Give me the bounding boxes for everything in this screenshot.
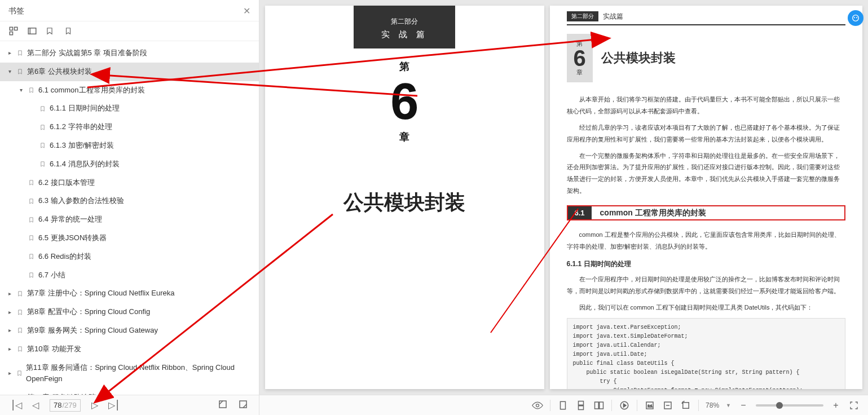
assistant-fab-icon[interactable]: [848, 10, 863, 26]
section-number: 6.1: [568, 206, 592, 219]
list-icon[interactable]: [27, 26, 37, 36]
next-page-icon[interactable]: ▷: [89, 399, 100, 412]
bookmark-item[interactable]: ▸第二部分 实战篇第5 章 项目准备阶段: [0, 44, 259, 63]
part-banner: 第二部分 实 战 篇: [354, 6, 455, 48]
svg-rect-28: [683, 402, 689, 408]
subsection-title: 6.1.1 日期时间的处理: [567, 259, 846, 269]
bookmark-item[interactable]: 6.2 接口版本管理: [0, 174, 259, 192]
svg-rect-2: [10, 32, 12, 35]
bookmark-item[interactable]: 6.4 异常的统一处理: [0, 210, 259, 229]
chapter-bottom: 章: [265, 130, 544, 144]
fullscreen-icon[interactable]: [848, 400, 860, 411]
header-section: 实战篇: [603, 12, 623, 21]
bookmark-item[interactable]: 6.1.1 日期时间的处理: [0, 99, 259, 118]
expand-panel-icon[interactable]: [215, 398, 230, 413]
collapse-panel-icon[interactable]: [236, 398, 250, 413]
bookmark-item[interactable]: ▾第6章 公共模块封装: [0, 63, 259, 81]
bookmark-icon: [17, 290, 24, 298]
fit-width-icon[interactable]: 1:1: [644, 400, 655, 411]
expand-arrow-icon[interactable]: ▸: [8, 308, 15, 317]
bookmark-label: 第8章 配置中心：Spring Cloud Config: [27, 306, 150, 318]
bookmark-item[interactable]: 6.7 小结: [0, 266, 259, 285]
bookmark-label: 6.1.3 加密/解密封装: [50, 140, 114, 152]
bookmark-label: 6.4 异常的统一处理: [38, 214, 102, 226]
svg-marker-23: [624, 404, 627, 407]
zoom-slider[interactable]: [756, 404, 823, 407]
zoom-in-icon[interactable]: +: [830, 400, 841, 411]
bookmark-item[interactable]: ▾6.1 common工程常用类库的封装: [0, 81, 259, 100]
eye-icon[interactable]: [532, 400, 543, 411]
bookmark-label: 第9章 服务网关：Spring Cloud Gateway: [27, 325, 158, 337]
left-page[interactable]: 第二部分 实 战 篇 第 6 章 公共模块封装: [265, 6, 544, 389]
bookmark-outline-icon[interactable]: [64, 26, 74, 36]
expand-arrow-icon[interactable]: ▾: [8, 67, 15, 76]
expand-arrow-icon[interactable]: ▸: [8, 345, 15, 354]
section-header-highlighted: 6.1 common 工程常用类库的封装: [567, 205, 846, 220]
page-input-box[interactable]: 78 /279: [50, 399, 81, 412]
bookmark-label: 6.1 common工程常用类库的封装: [38, 85, 145, 96]
paragraph: common 工程是整个应用的公共模块，因此，它里面应该包含常用类库，比如日期时…: [567, 229, 846, 253]
bookmark-item[interactable]: ▸第11章 服务间通信：Spring Cloud Netflix Ribbon、…: [0, 359, 259, 389]
bookmark-item[interactable]: 6.5 更换JSON转换器: [0, 229, 259, 248]
svg-rect-3: [28, 28, 36, 34]
prev-page-icon[interactable]: ◁: [30, 399, 41, 412]
single-page-icon[interactable]: [557, 400, 569, 411]
bookmark-item[interactable]: ▸第7章 注册中心：Spring Cloud Netflix Eureka: [0, 284, 259, 303]
bookmark-icon: [17, 394, 24, 395]
code-block: import java.text.ParseException; import …: [567, 318, 846, 389]
bookmark-item[interactable]: ▸第10章 功能开发: [0, 340, 259, 359]
bookmark-icon: [28, 216, 35, 224]
rotate-icon[interactable]: [680, 400, 691, 411]
bookmark-item[interactable]: ▸第9章 服务网关：Spring Cloud Gateway: [0, 321, 259, 340]
zoom-dropdown-icon[interactable]: ▼: [726, 403, 731, 408]
expand-arrow-icon[interactable]: ▸: [8, 369, 15, 378]
last-page-icon[interactable]: ▷⎮: [106, 399, 122, 412]
paragraph: 从本章开始，我们将学习框架的搭建。由于代码量巨大，本书不可能全部贴出，所以只展示…: [567, 94, 846, 117]
bookmark-icon: [17, 308, 24, 316]
read-aloud-icon[interactable]: [619, 400, 630, 411]
bookmark-item[interactable]: ▸第12章 服务链路追踪：Spring Cloud Sleuth: [0, 388, 259, 395]
bookmark-icon: [28, 271, 35, 279]
first-page-icon[interactable]: ⎮◁: [8, 399, 24, 412]
bookmark-label: 第7章 注册中心：Spring Cloud Netflix Eureka: [27, 288, 175, 299]
bookmark-item[interactable]: 6.1.3 加密/解密封装: [0, 136, 259, 155]
bookmark-label: 6.6 Redis的封装: [38, 251, 91, 263]
svg-text:1:1: 1:1: [647, 404, 653, 408]
bookmark-item[interactable]: 6.3 输入参数的合法性校验: [0, 192, 259, 210]
continuous-page-icon[interactable]: [575, 400, 587, 411]
svg-point-10: [854, 17, 855, 18]
svg-point-16: [536, 404, 539, 407]
expand-arrow-icon[interactable]: ▸: [8, 326, 15, 335]
chapter-number: 6: [265, 79, 544, 125]
svg-rect-21: [600, 402, 603, 409]
two-page-icon[interactable]: [593, 400, 605, 411]
svg-line-6: [219, 401, 223, 404]
svg-rect-17: [561, 401, 566, 409]
zoom-out-icon[interactable]: −: [738, 400, 749, 411]
expand-arrow-icon[interactable]: ▾: [20, 86, 27, 95]
expand-arrow-icon[interactable]: ▸: [8, 48, 15, 58]
bookmark-icon: [17, 49, 24, 57]
bookmark-tree[interactable]: ▸第二部分 实战篇第5 章 项目准备阶段▾第6章 公共模块封装▾6.1 comm…: [0, 41, 259, 395]
bookmark-icon: [28, 86, 35, 94]
page-current: 78: [54, 401, 61, 409]
bookmark-ribbon-icon[interactable]: [46, 26, 56, 36]
bookmark-item[interactable]: 6.1.2 字符串的处理: [0, 118, 259, 136]
outline-icon[interactable]: [8, 26, 19, 36]
svg-line-8: [243, 404, 246, 408]
chapter-number-box: 第 6 章: [265, 60, 544, 144]
expand-arrow-icon[interactable]: ▸: [8, 289, 15, 298]
bookmark-icon: [28, 197, 35, 205]
bookmark-item[interactable]: ▸第8章 配置中心：Spring Cloud Config: [0, 303, 259, 321]
page-viewer: 第二部分 实 战 篇 第 6 章 公共模块封装 第二部分 实战篇 第 6 章: [259, 0, 868, 415]
fit-page-icon[interactable]: [662, 400, 673, 411]
bookmark-icon: [28, 234, 35, 242]
paragraph: 在一个完整的微服务架构体系中，字符串和日期的处理往往是最多的。在一些安全应用场景…: [567, 150, 846, 197]
close-icon[interactable]: ✕: [243, 6, 250, 16]
bookmark-item[interactable]: 6.1.4 消息队列的封装: [0, 155, 259, 174]
section-title: common 工程常用类库的封装: [592, 208, 706, 218]
bookmark-item[interactable]: 6.6 Redis的封装: [0, 248, 259, 266]
right-page[interactable]: 第二部分 实战篇 第 6 章 公共模块封装 从本章开始，我们将学习框架的搭建。由…: [550, 6, 863, 389]
bookmark-icon: [17, 345, 24, 353]
viewer-toolbar: 1:1 78% ▼ − +: [259, 395, 868, 415]
